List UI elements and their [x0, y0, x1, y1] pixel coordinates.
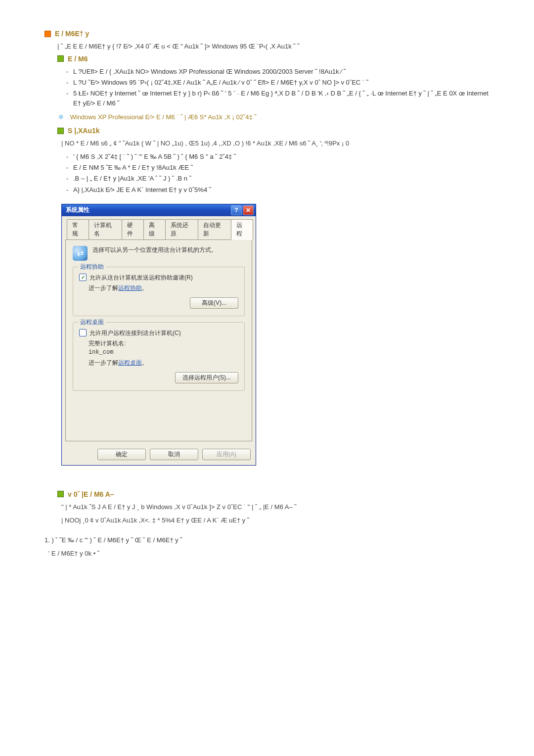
numbered-step-sub: ' E / M6E† y 0k • ˜ — [48, 549, 490, 559]
v0-paragraph-1: " | * Au1k ˜S J A E / E† y J ¸ b Windows… — [61, 502, 490, 513]
bullet-icon — [57, 55, 64, 62]
numbered-step: 1. ) ˘ ˜E ‰ / c "' ) ˘ E / M6E† y ˜ Œ ˘ … — [44, 535, 490, 546]
assist-learn-more: 进一步了解远程协助。 — [89, 284, 238, 292]
ok-button[interactable]: 确定 — [97, 449, 146, 460]
snow-note: Windows XP Professional E⁄> E / M6 ˙ ˜ |… — [70, 113, 257, 121]
list-item: 5 ŁE‹ NOE† y Internet ˜ œ Internet E† y … — [66, 89, 490, 108]
info-text: 选择可以从另一个位置使用这台计算机的方式。 — [92, 246, 217, 254]
checkbox-label: 允许从这台计算机发送远程协助邀请(R) — [89, 273, 193, 282]
snowflake-icon: ✲ — [57, 113, 64, 121]
checkbox-allow-assist[interactable] — [79, 274, 87, 281]
group-remote-assistance: 远程协助 允许从这台计算机发送远程协助邀请(R) 进一步了解远程协助。 高级(V… — [73, 267, 245, 316]
bullet-icon — [44, 31, 51, 37]
v0-paragraph-2: | NOOj ¸0 ¢ v 0ˆAu1k Au1k ,X<. ‡ * 5%4 E… — [61, 516, 490, 526]
link-remote-assist[interactable]: 远程协助 — [118, 284, 142, 291]
sx-paragraph: | NO * E / M6 s6 „ ¢ " ˜Au1k { W ˜ | NO … — [61, 139, 490, 149]
dialog-footer: 确定 取消 应用(A) — [62, 445, 256, 465]
group-legend: 远程协助 — [78, 263, 106, 271]
heading-2-v0: v 0ˆ |E / M6 A– — [68, 490, 114, 498]
list-item: ' { M6 S ,X 2˘4‡ [ ˙ ˜ ) ˘ "' E ‰ A 5B ˜… — [66, 152, 490, 162]
group-remote-desktop: 远程桌面 允许用户远程连接到这台计算机(C) 完整计算机名: ink_com 进… — [73, 322, 245, 391]
tab-pane-remote: ⇄ 选择可以从另一个位置使用这台计算机的方式。 远程协助 允许从这台计算机发送远… — [65, 239, 252, 441]
system-properties-dialog: 系统属性 ? ✕ 常规 计算机名 硬件 高级 系统还原 自动更新 远程 ⇄ 选择… — [61, 204, 256, 466]
checkbox-allow-remote-desktop[interactable] — [79, 329, 87, 336]
heading-2-em6: E / M6 — [68, 55, 88, 63]
bullet-icon — [57, 491, 64, 497]
full-computer-name-value: ink_com — [89, 349, 238, 356]
intro-text: | ˆ „E E E / M6E† y { !7 E⁄> ,X4 0ˆ Æ u … — [57, 42, 490, 52]
tab-strip: 常规 计算机名 硬件 高级 系统还原 自动更新 远程 — [62, 216, 256, 240]
heading-2-sx: S |,XAu1k — [68, 127, 100, 135]
tab-remote[interactable]: 远程 — [231, 219, 253, 240]
list-item: A} |,XAu1k E⁄> JE E A K´ Internet E† y v… — [66, 185, 490, 195]
remote-info-icon: ⇄ — [73, 246, 88, 261]
link-remote-desktop[interactable]: 远程桌面 — [118, 359, 142, 366]
sx-list: ' { M6 S ,X 2˘4‡ [ ˙ ˜ ) ˘ "' E ‰ A 5B ˜… — [57, 152, 490, 195]
full-computer-name-label: 完整计算机名: — [89, 339, 238, 348]
list-item: L ?U ˜E⁄> Windows 95 ¨P‹( ¡ 02˘4‡,XE / A… — [66, 78, 490, 88]
dialog-titlebar[interactable]: 系统属性 ? ✕ — [62, 204, 256, 216]
cancel-button[interactable]: 取消 — [150, 449, 198, 460]
tab-hardware[interactable]: 硬件 — [122, 219, 144, 240]
list-item: E / E NM 5 ˜E ‰ A * E / E† y !8Au1k ÆE ˜ — [66, 163, 490, 173]
heading-1: E / M6E† y — [55, 30, 89, 38]
tab-advanced[interactable]: 高级 — [143, 219, 166, 240]
em6-list: L ?UEfl> E / { ,XAu1k NO> Windows XP Pro… — [57, 67, 490, 109]
tab-auto-update[interactable]: 自动更新 — [198, 219, 231, 240]
tab-computer-name[interactable]: 计算机名 — [89, 219, 122, 240]
advanced-button[interactable]: 高级(V)... — [190, 297, 238, 309]
list-item: .B – | „ E / E† y |Au1k ,XE 'A ˆ ˜ J ) ˘… — [66, 174, 490, 184]
checkbox-label: 允许用户远程连接到这台计算机(C) — [89, 329, 181, 337]
desktop-learn-more: 进一步了解远程桌面。 — [89, 359, 238, 367]
list-item: L ?UEfl> E / { ,XAu1k NO> Windows XP Pro… — [66, 67, 490, 77]
close-button[interactable]: ✕ — [243, 205, 254, 215]
tab-system-restore[interactable]: 系统还原 — [165, 219, 199, 240]
help-button[interactable]: ? — [231, 205, 242, 215]
apply-button[interactable]: 应用(A) — [202, 449, 251, 460]
group-legend: 远程桌面 — [78, 318, 106, 327]
tab-general[interactable]: 常规 — [67, 219, 89, 240]
select-remote-users-button[interactable]: 选择远程用户(S)... — [175, 372, 238, 383]
bullet-icon — [57, 128, 64, 134]
dialog-title: 系统属性 — [66, 206, 231, 214]
